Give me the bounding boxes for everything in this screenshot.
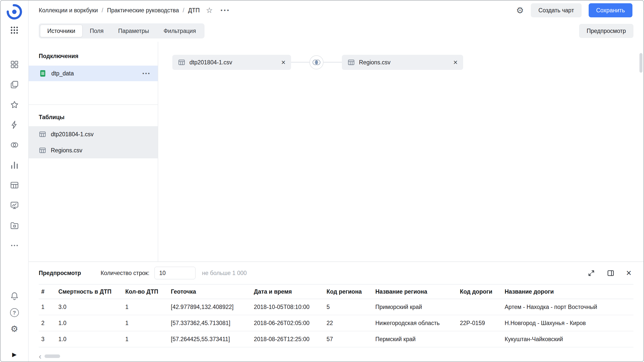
col-header: Кол-во ДТП: [123, 284, 168, 299]
collections-icon[interactable]: [10, 60, 19, 69]
cell: 3: [39, 331, 56, 347]
datalens-logo-icon[interactable]: [7, 4, 22, 20]
breadcrumb-collections[interactable]: Коллекции и воркбуки: [39, 7, 98, 14]
cell: 2018-08-26T12:25:00: [251, 331, 324, 347]
dashboards-monitor-icon[interactable]: [10, 201, 19, 210]
breadcrumb-guides[interactable]: Практические руководства: [107, 7, 179, 14]
dock-panel-icon[interactable]: [607, 269, 615, 277]
left-rail: ? ⚙ ▶: [1, 1, 29, 361]
col-header: Код региона: [324, 284, 373, 299]
app-window: ? ⚙ ▶ Коллекции и воркбуки / Практически…: [0, 0, 644, 362]
table-header-row: # Смертность в ДТП Кол-во ДТП Геоточка Д…: [39, 284, 633, 299]
connection-item-dtp-data[interactable]: dtp_data •••: [29, 66, 158, 81]
cell: 1: [123, 331, 168, 347]
vertical-scrollbar[interactable]: [639, 50, 642, 359]
canvas-node-label: dtp201804-1.csv: [189, 59, 232, 66]
tab-parameters[interactable]: Параметры: [111, 25, 156, 37]
canvas-table-node-regions[interactable]: Regions.csv ×: [342, 55, 463, 70]
vertical-scroll-thumb[interactable]: [639, 53, 642, 73]
rail-nav: [10, 60, 19, 250]
help-icon[interactable]: ?: [10, 308, 19, 317]
canvas-table-node-dtp201804[interactable]: dtp201804-1.csv ×: [172, 55, 291, 70]
tab-filtering[interactable]: Фильтрация: [156, 25, 203, 37]
work-area: Подключения dtp_data ••• Таблицы: [29, 42, 643, 261]
tables-list: dtp201804-1.csv Regions.csv: [29, 126, 158, 158]
breadcrumb: Коллекции и воркбуки / Практические руко…: [39, 7, 230, 14]
more-icon[interactable]: [10, 241, 19, 250]
table-list-item-label: Regions.csv: [51, 147, 82, 154]
table-list-item-dtp201804[interactable]: dtp201804-1.csv: [29, 126, 158, 142]
preview-toggle-button[interactable]: Предпросмотр: [579, 24, 633, 38]
save-button[interactable]: Сохранить: [589, 3, 632, 17]
editor-bolt-icon[interactable]: [10, 120, 19, 129]
tabs-bar: Источники Поля Параметры Фильтрация Пред…: [29, 20, 643, 42]
panel-divider: [29, 104, 158, 105]
cell: 1.0: [56, 315, 123, 331]
expand-preview-icon[interactable]: [587, 269, 595, 277]
cell: [457, 299, 502, 315]
close-preview-icon[interactable]: ×: [626, 268, 631, 278]
more-actions-icon[interactable]: •••: [221, 7, 230, 14]
join-type-badge[interactable]: [309, 55, 324, 69]
rail-bottom: ? ⚙ ▶: [10, 291, 19, 361]
tab-group: Источники Поля Параметры Фильтрация: [39, 23, 205, 38]
scroll-left-icon[interactable]: ‹: [39, 352, 42, 360]
cell: Артем - Находка - порт Восточный: [502, 299, 633, 315]
table-icon: [347, 59, 355, 66]
col-header: #: [39, 284, 56, 299]
cell: 2018-06-26T02:05:00: [251, 315, 324, 331]
apps-grid-icon[interactable]: [10, 26, 19, 35]
preview-title: Предпросмотр: [39, 270, 81, 277]
table-row: 1 3.0 1 [42.977894,132.408922] 2018-10-0…: [39, 299, 633, 315]
cell: 22: [324, 315, 373, 331]
top-bar: Коллекции и воркбуки / Практические руко…: [29, 1, 643, 20]
row-count-hint: не больше 1 000: [202, 270, 247, 277]
connection-menu-icon[interactable]: •••: [142, 71, 151, 76]
cell: [57.264425,55.373411]: [168, 331, 251, 347]
table-row: 2 1.0 1 [57.337362,45.713081] 2018-06-26…: [39, 315, 633, 331]
cell: Приморский край: [373, 299, 457, 315]
remove-table-icon[interactable]: ×: [281, 59, 286, 66]
cell: 1: [123, 299, 168, 315]
join-canvas: dtp201804-1.csv × Regions.csv: [158, 42, 643, 261]
datasets-table-icon[interactable]: [10, 180, 19, 190]
dataset-settings-gear-icon[interactable]: ⚙: [516, 6, 524, 15]
preview-panel: Предпросмотр Количество строк: не больше…: [29, 261, 643, 361]
cell: 2: [39, 315, 56, 331]
tab-fields[interactable]: Поля: [83, 25, 111, 37]
table-list-item-regions[interactable]: Regions.csv: [29, 142, 158, 158]
favorites-star-icon[interactable]: [10, 100, 19, 109]
charts-icon[interactable]: [10, 160, 19, 170]
col-header: Геоточка: [168, 284, 251, 299]
stage: Коллекции и воркбуки / Практические руко…: [29, 1, 643, 361]
cell: 57: [324, 331, 373, 347]
horizontal-scroll-track[interactable]: [45, 354, 633, 358]
cell: [457, 331, 502, 347]
cell: 1.0: [56, 331, 123, 347]
cell: 2018-10-05T08:10:00: [251, 299, 324, 315]
cell: Нижегородская область: [373, 315, 457, 331]
horizontal-scroll-thumb[interactable]: [45, 354, 60, 358]
csv-file-icon: [39, 69, 47, 77]
cell: [57.337362,45.713081]: [168, 315, 251, 331]
remove-table-icon[interactable]: ×: [453, 59, 458, 66]
col-header: Код дороги: [457, 284, 502, 299]
expand-rail-icon[interactable]: ▶: [12, 351, 17, 358]
cell: Пермский край: [373, 331, 457, 347]
connections-rings-icon[interactable]: [10, 140, 19, 150]
cell: 1: [123, 315, 168, 331]
breadcrumb-current: ДТП: [188, 7, 200, 14]
notifications-bell-icon[interactable]: [10, 291, 19, 301]
workbooks-icon[interactable]: [10, 80, 19, 89]
sources-panel: Подключения dtp_data ••• Таблицы: [29, 42, 158, 261]
row-count-input[interactable]: [154, 267, 195, 279]
favorite-star-icon[interactable]: ☆: [206, 7, 213, 14]
create-chart-button[interactable]: Создать чарт: [531, 3, 581, 17]
breadcrumb-separator: /: [183, 7, 184, 14]
storage-folder-icon[interactable]: [10, 221, 19, 230]
tab-sources[interactable]: Источники: [40, 25, 83, 37]
canvas-node-label: Regions.csv: [359, 59, 390, 66]
settings-gear-icon[interactable]: ⚙: [11, 325, 18, 333]
table-list-item-label: dtp201804-1.csv: [51, 131, 94, 138]
cell: [42.977894,132.408922]: [168, 299, 251, 315]
